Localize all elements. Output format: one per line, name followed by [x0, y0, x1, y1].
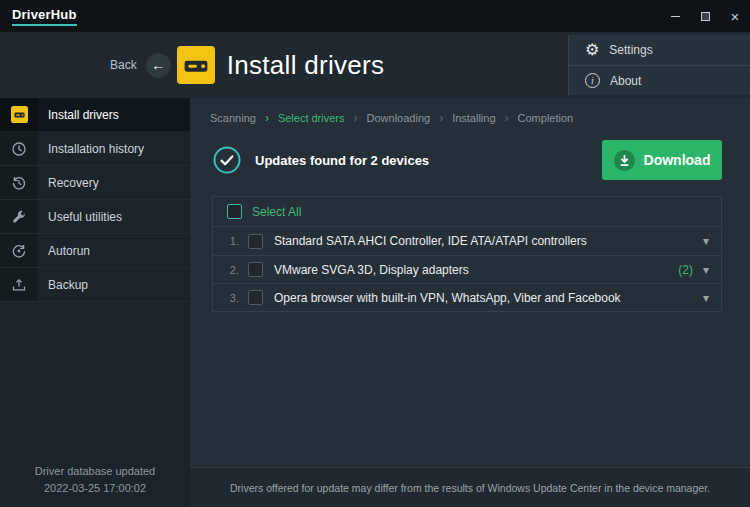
minimize-button[interactable] — [660, 0, 690, 32]
sidebar-item-installation-history[interactable]: Installation history — [0, 132, 190, 166]
gear-icon: ⚙ — [585, 42, 599, 58]
download-label: Download — [644, 152, 711, 168]
select-all-row[interactable]: Select All — [213, 197, 721, 227]
download-button[interactable]: Download — [602, 140, 722, 180]
close-icon: × — [731, 9, 740, 24]
row-number: 2. — [221, 264, 239, 276]
download-icon — [614, 150, 635, 171]
disclaimer-text: Drivers offered for update may differ fr… — [230, 482, 710, 494]
info-icon: i — [585, 73, 600, 88]
step-completion: Completion — [518, 112, 574, 124]
autorun-arrow-icon — [0, 234, 38, 267]
driverhub-drive-icon — [0, 98, 38, 131]
back-button[interactable]: ← — [146, 53, 171, 78]
chevron-right-icon: › — [439, 111, 443, 125]
database-updated-timestamp: 2022-03-25 17:00:02 — [0, 480, 190, 497]
updates-found-message: Updates found for 2 devices — [255, 153, 602, 168]
driverhub-window: DriverHub × Back ← Install drivers ⚙ Set… — [0, 0, 750, 507]
driver-checkbox[interactable] — [248, 290, 263, 305]
table-row[interactable]: 3. Opera browser with built-in VPN, What… — [213, 283, 721, 311]
step-select-drivers: Select drivers — [278, 112, 345, 124]
scan-complete-icon — [212, 145, 242, 175]
back-label: Back — [110, 58, 137, 72]
step-installing: Installing — [452, 112, 495, 124]
page-title: Install drivers — [227, 50, 385, 81]
sidebar-item-label: Installation history — [48, 142, 144, 156]
maximize-icon — [701, 12, 710, 21]
back-arrow-icon: ← — [151, 57, 165, 73]
scan-status-row: Updates found for 2 devices Download — [212, 140, 722, 180]
select-all-label: Select All — [252, 205, 301, 219]
driver-checkbox[interactable] — [248, 234, 263, 249]
chevron-down-icon[interactable]: ▾ — [703, 234, 709, 248]
main-footer: Drivers offered for update may differ fr… — [190, 467, 750, 507]
main-content: Scanning › Select drivers › Downloading … — [190, 98, 750, 507]
chevron-right-icon: › — [354, 111, 358, 125]
driver-database-status: Driver database updated 2022-03-25 17:00… — [0, 463, 190, 497]
chevron-down-icon[interactable]: ▾ — [703, 263, 709, 277]
driver-checkbox[interactable] — [248, 262, 263, 277]
sidebar-item-install-drivers[interactable]: Install drivers — [0, 98, 190, 132]
chevron-right-icon: › — [265, 111, 269, 125]
database-updated-label: Driver database updated — [0, 463, 190, 480]
row-number: 1. — [221, 235, 239, 247]
wrench-icon — [0, 200, 38, 233]
settings-label: Settings — [609, 43, 652, 57]
select-all-checkbox[interactable] — [227, 204, 242, 219]
backup-icon — [0, 268, 38, 301]
sidebar-item-backup[interactable]: Backup — [0, 268, 190, 302]
sidebar-item-label: Install drivers — [48, 108, 119, 122]
close-button[interactable]: × — [720, 0, 750, 32]
sidebar-item-recovery[interactable]: Recovery — [0, 166, 190, 200]
about-label: About — [610, 74, 641, 88]
header-menu: ⚙ Settings i About — [568, 35, 750, 95]
driver-name: Standard SATA AHCI Controller, IDE ATA/A… — [274, 234, 689, 248]
driver-name: Opera browser with built-in VPN, WhatsAp… — [274, 291, 689, 305]
table-row[interactable]: 2. VMware SVGA 3D, Display adapters (2) … — [213, 255, 721, 283]
driver-count: (2) — [678, 263, 693, 277]
settings-menu-item[interactable]: ⚙ Settings — [569, 35, 750, 65]
chevron-down-icon[interactable]: ▾ — [703, 291, 709, 305]
row-number: 3. — [221, 292, 239, 304]
about-menu-item[interactable]: i About — [569, 65, 750, 95]
driver-name: VMware SVGA 3D, Display adapters — [274, 263, 674, 277]
sidebar-item-useful-utilities[interactable]: Useful utilities — [0, 200, 190, 234]
clock-icon — [0, 132, 38, 165]
sidebar-item-label: Useful utilities — [48, 210, 122, 224]
step-scanning: Scanning — [210, 112, 256, 124]
sidebar-item-label: Recovery — [48, 176, 99, 190]
history-restore-icon — [0, 166, 38, 199]
maximize-button[interactable] — [690, 0, 720, 32]
header: Back ← Install drivers ⚙ Settings i Abou… — [0, 32, 750, 98]
driver-list: Select All 1. Standard SATA AHCI Control… — [212, 196, 722, 312]
progress-steps: Scanning › Select drivers › Downloading … — [190, 98, 750, 125]
sidebar: Install drivers Installation history Rec… — [0, 98, 190, 507]
step-downloading: Downloading — [367, 112, 431, 124]
app-name: DriverHub — [12, 7, 77, 26]
sidebar-item-label: Autorun — [48, 244, 90, 258]
table-row[interactable]: 1. Standard SATA AHCI Controller, IDE AT… — [213, 227, 721, 255]
window-controls: × — [660, 0, 750, 32]
chevron-right-icon: › — [505, 111, 509, 125]
sidebar-item-autorun[interactable]: Autorun — [0, 234, 190, 268]
minimize-icon — [671, 16, 680, 17]
sidebar-item-label: Backup — [48, 278, 88, 292]
driverhub-logo-icon — [177, 46, 215, 84]
titlebar: DriverHub × — [0, 0, 750, 32]
